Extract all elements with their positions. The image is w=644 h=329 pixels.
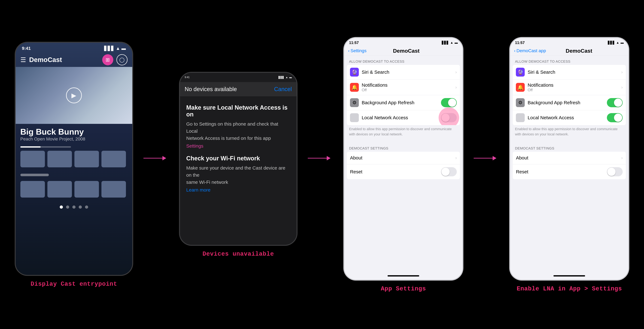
thumb-7[interactable] xyxy=(74,181,99,198)
learn-more-link[interactable]: Learn more xyxy=(186,187,210,192)
home-indicator xyxy=(388,275,419,276)
profile-button[interactable]: ◯ xyxy=(116,54,128,65)
back-button-2[interactable]: ‹ DemoCast app xyxy=(514,48,546,53)
thumb-2[interactable] xyxy=(48,151,72,167)
app-screen: 9:41 ▋▋▋ ▲ ▬ ☰ DemoCast ⊞ ◯ ▶ Big Buck xyxy=(16,43,132,275)
about-title-2: About xyxy=(516,155,621,161)
lna-toggle[interactable] xyxy=(441,113,457,122)
notifications-icon-2: 🔔 xyxy=(516,83,525,92)
battery-icon-4: ▬ xyxy=(620,41,624,45)
settings-group-4: About › Reset xyxy=(513,152,626,179)
thumb-8[interactable] xyxy=(102,181,126,198)
siri-row[interactable]: 🔮 Siri & Search › xyxy=(347,65,460,80)
status-time-4: 11:57 xyxy=(515,41,524,45)
status-icons-4: ▋▋▋ ▲ ▬ xyxy=(608,41,624,45)
wifi-icon-3: ▲ xyxy=(450,41,453,45)
siri-icon-2: 🔮 xyxy=(516,68,525,77)
bg-refresh-text: Background App Refresh xyxy=(362,100,441,105)
caption-enable-lna: Enable LNA in App > Settings xyxy=(517,285,622,292)
about-chevron: › xyxy=(455,155,457,160)
chevron-left-icon: ‹ xyxy=(348,48,350,53)
status-icons-2: ▋▋▋ ▲ ▬ xyxy=(278,76,292,79)
settings-link[interactable]: Settings xyxy=(186,143,290,149)
hero-image: ▶ xyxy=(16,67,132,124)
bg-refresh-title-2: Background App Refresh xyxy=(528,100,607,105)
lna-note-2: Enabled to allow this app permission to … xyxy=(510,125,628,139)
siri-title-2: Siri & Search xyxy=(528,70,621,75)
wifi-icon-4: ▲ xyxy=(616,41,619,45)
signal-icon: ▋▋▋ xyxy=(104,46,114,51)
notifications-chevron: › xyxy=(455,85,457,90)
thumb-4[interactable] xyxy=(102,151,126,167)
page-title-2: DemoCast xyxy=(566,48,592,54)
phone-devices: 9:41 ▋▋▋ ▲ ▬ No devices available Cancel… xyxy=(179,72,298,246)
lna-row-2[interactable]: Local Network Access xyxy=(513,110,626,125)
no-devices-bar: No devices available Cancel xyxy=(180,82,296,96)
dot-5 xyxy=(85,205,88,209)
reset-row-2[interactable]: Reset xyxy=(513,164,626,179)
notifications-text-2: Notifications Off xyxy=(528,82,621,92)
menu-icon[interactable]: ☰ xyxy=(20,56,26,64)
arrow-line-3 xyxy=(474,156,499,160)
page-indicators xyxy=(16,205,132,209)
settings-group-1: 🔮 Siri & Search › 🔔 Notifications Off xyxy=(347,65,460,125)
notifications-sub-2: Off xyxy=(528,88,621,92)
back-label-2: DemoCast app xyxy=(516,48,546,53)
reset-toggle[interactable] xyxy=(441,167,457,176)
section-enable-lna: 11:57 ▋▋▋ ▲ ▬ ‹ DemoCast app DemoCast AL… xyxy=(509,37,629,292)
dot-2 xyxy=(66,205,69,209)
home-indicator-2 xyxy=(554,275,585,276)
notifications-row[interactable]: 🔔 Notifications Off › xyxy=(347,80,460,95)
lna-row[interactable]: Local Network Access xyxy=(347,110,460,125)
siri-row-2[interactable]: 🔮 Siri & Search › xyxy=(513,65,626,80)
caption-devices: Devices unavailable xyxy=(202,250,274,257)
progress-track xyxy=(20,146,71,148)
siri-title: Siri & Search xyxy=(362,70,455,75)
status-icons: ▋▋▋ ▲ ▬ xyxy=(104,46,126,51)
wifi-icon: ▲ xyxy=(116,46,120,51)
notifications-title: Notifications xyxy=(362,82,455,88)
about-text-2: About xyxy=(516,155,621,161)
bg-refresh-row[interactable]: ⚙ Background App Refresh xyxy=(347,95,460,110)
dot-1 xyxy=(60,205,63,209)
back-button[interactable]: ‹ Settings xyxy=(348,48,366,53)
bg-refresh-toggle[interactable] xyxy=(441,98,457,107)
section-devices: 9:41 ▋▋▋ ▲ ▬ No devices available Cancel… xyxy=(179,72,298,257)
siri-text-2: Siri & Search xyxy=(528,70,621,75)
app-top-bar: ☰ DemoCast ⊞ ◯ xyxy=(16,53,132,67)
settings-nav-2: ‹ DemoCast app DemoCast xyxy=(510,46,628,56)
section-app-settings: 11:57 ▋▋▋ ▲ ▬ ‹ Settings DemoCast ALLOW … xyxy=(343,37,464,292)
thumb-5[interactable] xyxy=(20,181,45,198)
thumb-6[interactable] xyxy=(48,181,72,198)
cancel-button[interactable]: Cancel xyxy=(274,86,292,93)
bg-refresh-toggle-2[interactable] xyxy=(607,98,623,107)
dialog-body-1: Go to Settings on this phone and check t… xyxy=(186,120,290,142)
bg-refresh-text-2: Background App Refresh xyxy=(528,100,607,105)
signal-icon-3: ▋▋▋ xyxy=(442,41,449,45)
notifications-text: Notifications Off xyxy=(362,82,455,92)
status-bar-dark: 9:41 ▋▋▋ ▲ ▬ xyxy=(180,73,296,82)
about-row-2[interactable]: About › xyxy=(513,152,626,164)
lna-title: Local Network Access xyxy=(362,115,441,120)
about-row[interactable]: About › xyxy=(347,152,460,164)
cast-button[interactable]: ⊞ xyxy=(102,54,113,65)
thumb-3[interactable] xyxy=(74,151,99,167)
section-allow-header: ALLOW DEMOCAST TO ACCESS xyxy=(344,56,462,65)
bg-refresh-row-2[interactable]: ⚙ Background App Refresh xyxy=(513,95,626,110)
reset-text: Reset xyxy=(350,169,441,174)
notifications-title-2: Notifications xyxy=(528,82,621,88)
settings-nav: ‹ Settings DemoCast xyxy=(344,46,462,56)
lna-title-2: Local Network Access xyxy=(528,115,607,120)
notifications-chevron-2: › xyxy=(621,85,623,90)
phone-cast: 9:41 ▋▋▋ ▲ ▬ ☰ DemoCast ⊞ ◯ ▶ Big Buck xyxy=(15,42,133,276)
siri-chevron: › xyxy=(455,70,457,75)
thumb-1[interactable] xyxy=(20,151,45,167)
lna-toggle-2[interactable] xyxy=(607,113,623,122)
reset-toggle-2[interactable] xyxy=(607,167,623,176)
reset-row[interactable]: Reset xyxy=(347,164,460,179)
notifications-row-2[interactable]: 🔔 Notifications Off › xyxy=(513,80,626,95)
phone-enable-lna: 11:57 ▋▋▋ ▲ ▬ ‹ DemoCast app DemoCast AL… xyxy=(509,37,629,281)
lna-icon-2 xyxy=(516,113,525,122)
play-button[interactable]: ▶ xyxy=(66,88,82,103)
reset-text-2: Reset xyxy=(516,169,607,174)
